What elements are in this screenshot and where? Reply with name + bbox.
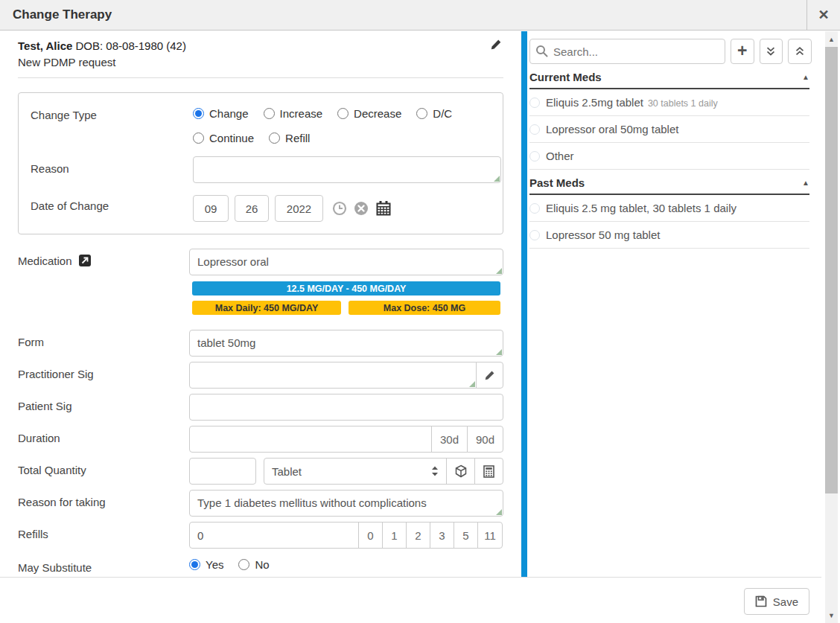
radio-continue[interactable]: Continue	[193, 132, 254, 144]
med-search-input[interactable]	[529, 39, 725, 64]
reason-for-taking-label: Reason for taking	[18, 490, 189, 508]
open-calendar-button[interactable]	[375, 200, 392, 217]
med-item-eliquis-current[interactable]: Eliquis 2.5mg tablet 30 tablets 1 daily	[529, 89, 809, 116]
resize-handle[interactable]	[496, 509, 502, 515]
scroll-up-arrow[interactable]: ▲	[825, 33, 838, 45]
med-item-eliquis-past[interactable]: Eliquis 2.5 mg tablet, 30 tablets 1 dail…	[529, 195, 809, 222]
radio-decrease-input[interactable]	[337, 108, 349, 119]
change-therapy-form: Test, Alice DOB: 08-08-1980 (42) New PDM…	[0, 31, 521, 607]
med-item-lopressor-past[interactable]: Lopressor 50 mg tablet	[529, 222, 809, 249]
select-arrows-icon	[430, 464, 440, 478]
refills-1-button[interactable]: 1	[382, 522, 407, 549]
medication-label: Medication	[18, 255, 72, 267]
radio-change-input[interactable]	[193, 108, 204, 119]
duration-input[interactable]	[189, 426, 432, 453]
refills-input[interactable]	[189, 522, 359, 549]
change-details-box: Change Type Change Increase Decrease	[18, 92, 503, 234]
refills-0-button[interactable]: 0	[358, 522, 383, 549]
form-textarea[interactable]: tablet 50mg	[189, 330, 503, 357]
radio-increase[interactable]: Increase	[264, 107, 323, 120]
med-circle-icon	[529, 203, 540, 214]
max-dose-badge: Max Dose: 450 MG	[349, 301, 500, 315]
close-button[interactable]: ✕	[806, 0, 840, 30]
patient-name-dob: Test, Alice DOB: 08-08-1980 (42)	[18, 39, 503, 52]
radio-refill[interactable]: Refill	[269, 132, 310, 144]
resize-handle[interactable]	[496, 349, 502, 355]
duration-90d-button[interactable]: 90d	[467, 426, 503, 453]
resize-handle[interactable]	[494, 176, 500, 182]
duration-30d-button[interactable]: 30d	[431, 426, 468, 453]
modal-header: Change Therapy	[0, 0, 840, 31]
save-button[interactable]: Save	[744, 588, 809, 615]
collapse-all-button[interactable]	[788, 39, 812, 64]
past-meds-header: Past Meds ▲	[529, 176, 809, 195]
clear-date-button[interactable]	[354, 201, 369, 216]
resize-handle[interactable]	[496, 268, 502, 274]
expand-all-button[interactable]	[760, 39, 783, 64]
package-button[interactable]	[446, 458, 475, 485]
med-circle-icon	[529, 124, 540, 135]
duration-label: Duration	[18, 426, 189, 444]
refills-3-button[interactable]: 3	[430, 522, 454, 549]
date-of-change-label: Date of Change	[31, 194, 193, 212]
radio-continue-input[interactable]	[193, 132, 204, 144]
reason-label: Reason	[31, 156, 193, 175]
med-circle-icon	[529, 230, 540, 240]
radio-change[interactable]: Change	[193, 107, 249, 120]
change-type-label: Change Type	[31, 103, 193, 121]
scrollbar-thumb[interactable]	[825, 47, 838, 493]
substitute-no-radio[interactable]: No	[238, 558, 269, 571]
med-item-other[interactable]: Other	[529, 143, 809, 170]
reason-textarea[interactable]	[193, 156, 501, 183]
calculator-icon	[483, 465, 495, 478]
scroll-down-arrow[interactable]: ▼	[825, 609, 838, 622]
form-label: Form	[18, 330, 189, 348]
practitioner-sig-label: Practitioner Sig	[18, 362, 189, 380]
radio-dc-input[interactable]	[416, 108, 427, 119]
vertical-scrollbar[interactable]: ▲ ▼	[825, 31, 838, 623]
edit-patient-button[interactable]	[490, 39, 502, 51]
med-circle-icon	[529, 151, 540, 162]
substitute-no-input[interactable]	[238, 559, 249, 570]
patient-name: Test, Alice	[18, 39, 72, 52]
reason-for-taking-textarea[interactable]: Type 1 diabetes mellitus without complic…	[189, 490, 503, 517]
set-time-now-button[interactable]	[332, 201, 347, 216]
refills-label: Refills	[18, 522, 189, 540]
refills-11-button[interactable]: 11	[477, 522, 503, 549]
cube-icon	[454, 464, 468, 478]
medication-textarea[interactable]: Lopressor oral	[189, 249, 503, 275]
calculator-button[interactable]	[474, 458, 503, 485]
date-day-input[interactable]	[235, 195, 269, 222]
quantity-unit-select[interactable]: Tablet	[264, 458, 447, 485]
date-month-input[interactable]	[193, 195, 229, 222]
radio-increase-input[interactable]	[264, 108, 275, 119]
practitioner-sig-textarea[interactable]	[189, 362, 477, 389]
radio-dc[interactable]: D/C	[416, 107, 452, 120]
refills-2-button[interactable]: 2	[406, 522, 430, 549]
radio-decrease[interactable]: Decrease	[337, 107, 401, 120]
edit-sig-button[interactable]	[476, 362, 503, 389]
refills-5-button[interactable]: 5	[454, 522, 478, 549]
radio-refill-input[interactable]	[269, 132, 280, 144]
max-daily-badge: Max Daily: 450 MG/DAY	[192, 301, 341, 315]
modal-footer: Save	[0, 577, 821, 623]
medication-external-link-button[interactable]	[79, 255, 91, 266]
may-substitute-label: May Substitute	[18, 555, 189, 574]
add-med-button[interactable]: +	[731, 39, 754, 64]
med-item-lopressor-current[interactable]: Lopressor oral 50mg tablet	[529, 116, 809, 143]
total-quantity-input[interactable]	[189, 458, 256, 485]
current-meds-header: Current Meds ▲	[529, 71, 809, 89]
collapse-section-icon[interactable]: ▲	[802, 73, 809, 81]
resize-handle[interactable]	[469, 381, 475, 387]
pdmp-request-link[interactable]: New PDMP request	[18, 56, 503, 68]
substitute-yes-input[interactable]	[189, 559, 200, 570]
patient-dob: DOB: 08-08-1980 (42)	[76, 39, 186, 52]
collapse-section-icon[interactable]: ▲	[802, 179, 809, 187]
double-chevron-down-icon	[765, 45, 777, 57]
patient-sig-input[interactable]	[189, 394, 503, 421]
substitute-yes-radio[interactable]: Yes	[189, 558, 223, 571]
past-meds-title: Past Meds	[529, 176, 585, 189]
total-quantity-label: Total Quantity	[18, 458, 189, 476]
patient-section: Test, Alice DOB: 08-08-1980 (42) New PDM…	[18, 31, 503, 78]
date-year-input[interactable]	[275, 195, 323, 222]
